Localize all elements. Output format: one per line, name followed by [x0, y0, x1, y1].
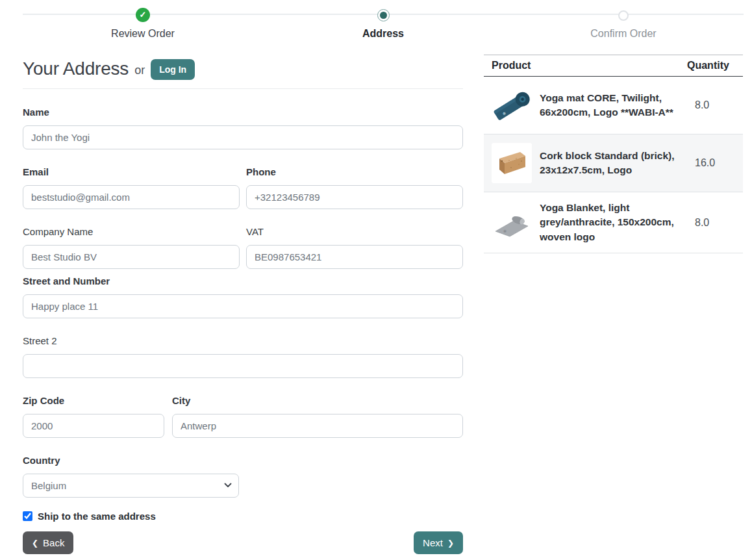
- zip-code-label: Zip Code: [23, 395, 164, 406]
- chevron-left-icon: ❮: [32, 539, 38, 547]
- country-select[interactable]: Belgium: [23, 474, 239, 498]
- order-summary: Product Quantity ✻ Yoga mat CORE, Twilig…: [484, 55, 743, 253]
- dot-icon: [377, 9, 390, 21]
- back-button[interactable]: ❮ Back: [23, 531, 73, 554]
- product-column-header: Product: [492, 60, 687, 71]
- street2-input[interactable]: [23, 354, 463, 378]
- email-label: Email: [23, 166, 240, 177]
- cork-block-image: [492, 143, 532, 183]
- or-text: or: [134, 64, 145, 77]
- step-label-confirm-order: Confirm Order: [590, 28, 656, 40]
- vat-label: VAT: [246, 226, 463, 237]
- svg-text:✻: ✻: [503, 229, 507, 233]
- check-icon: ✓: [136, 8, 150, 22]
- country-label: Country: [23, 455, 463, 466]
- step-label-address: Address: [362, 28, 404, 40]
- name-input[interactable]: [23, 125, 463, 149]
- street-label: Street and Number: [23, 275, 463, 286]
- table-row: ✻ Yoga mat CORE, Twilight, 66x200cm, Log…: [484, 77, 743, 134]
- zip-code-input[interactable]: [23, 414, 164, 438]
- street-input[interactable]: [23, 294, 463, 318]
- quantity-column-header: Quantity: [687, 60, 735, 71]
- page-title: Your Address: [23, 58, 129, 79]
- company-name-label: Company Name: [23, 226, 240, 237]
- email-input[interactable]: [23, 185, 240, 209]
- phone-label: Phone: [246, 166, 463, 177]
- address-form: Name Email Phone Company Name VAT: [23, 107, 463, 554]
- summary-header-row: Product Quantity: [484, 55, 743, 77]
- yoga-mat-image: ✻: [492, 85, 532, 125]
- step-label-review-order: Review Order: [111, 28, 175, 40]
- city-input[interactable]: [172, 414, 463, 438]
- ship-same-address-checkbox[interactable]: [23, 511, 32, 521]
- address-form-section: Your Address or Log In Name Email Phone …: [23, 55, 463, 554]
- company-name-input[interactable]: [23, 245, 240, 269]
- phone-input[interactable]: [246, 185, 463, 209]
- step-address[interactable]: Address: [263, 0, 503, 40]
- next-button[interactable]: Next ❯: [414, 531, 463, 554]
- circle-icon: [618, 10, 629, 21]
- ship-same-address-label[interactable]: Ship to the same address: [38, 511, 156, 522]
- table-row: Cork block Standard (brick), 23x12x7.5cm…: [484, 134, 743, 192]
- table-row: ✻ Yoga Blanket, light grey/anthracite, 1…: [484, 192, 743, 253]
- product-quantity: 16.0: [695, 157, 735, 169]
- product-quantity: 8.0: [695, 99, 735, 111]
- step-review-order[interactable]: ✓ Review Order: [23, 0, 263, 40]
- name-label: Name: [23, 107, 463, 118]
- city-label: City: [172, 395, 463, 406]
- product-quantity: 8.0: [695, 217, 735, 229]
- title-divider: [23, 88, 463, 89]
- street2-label: Street 2: [23, 335, 463, 346]
- product-name: Yoga mat CORE, Twilight, 66x200cm, Logo …: [540, 91, 687, 120]
- checkout-stepper: ✓ Review Order Address Confirm Order: [0, 0, 752, 45]
- login-button[interactable]: Log In: [151, 59, 195, 80]
- vat-input[interactable]: [246, 245, 463, 269]
- chevron-right-icon: ❯: [447, 539, 454, 547]
- product-name: Yoga Blanket, light grey/anthracite, 150…: [540, 201, 687, 244]
- step-confirm-order[interactable]: Confirm Order: [503, 0, 744, 40]
- product-name: Cork block Standard (brick), 23x12x7.5cm…: [540, 149, 687, 178]
- yoga-blanket-image: ✻: [492, 203, 532, 243]
